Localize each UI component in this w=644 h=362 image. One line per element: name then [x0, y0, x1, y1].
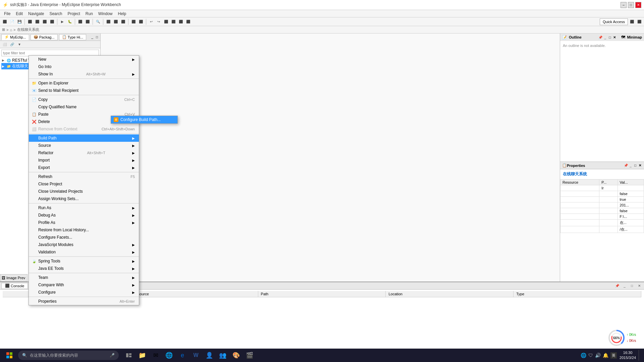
- props-row-6[interactable]: 在...: [560, 220, 644, 226]
- input-method[interactable]: 英: [610, 352, 617, 359]
- image-preview-panel[interactable]: 🖼 Image Prev: [0, 274, 28, 282]
- cm-validation[interactable]: Validation ▶: [29, 248, 139, 256]
- media-btn[interactable]: 🎬: [244, 350, 255, 361]
- cm-profileas[interactable]: Profile As ▶: [29, 219, 139, 226]
- toolbar-btn-16[interactable]: ⬛: [130, 18, 137, 25]
- bottom-panel-pin[interactable]: 📌: [614, 283, 621, 289]
- cm-refactor[interactable]: Refactor Alt+Shift+T ▶: [29, 149, 139, 157]
- toolbar-perspective-1[interactable]: ⬛: [629, 18, 635, 25]
- toolbar-btn-7[interactable]: ⬛: [49, 18, 55, 25]
- toolbar-btn-8[interactable]: ▶: [59, 18, 66, 25]
- cm-refresh[interactable]: Refresh F5: [29, 173, 139, 180]
- link-editor-btn[interactable]: 🔗: [9, 41, 15, 48]
- toolbar-btn-6[interactable]: ⬛: [41, 18, 48, 25]
- cm-javascriptmodules[interactable]: JavaScript Modules ▶: [29, 241, 139, 248]
- outline-pin-btn[interactable]: 📌: [598, 35, 602, 39]
- menu-edit[interactable]: Edit: [13, 11, 25, 17]
- cm-gointo[interactable]: Go Into: [29, 63, 139, 70]
- menu-search[interactable]: Search: [47, 11, 65, 17]
- menu-window[interactable]: Window: [96, 11, 115, 17]
- bottom-panel-close[interactable]: ✕: [636, 283, 643, 289]
- ie-btn[interactable]: e: [177, 350, 188, 361]
- breadcrumb-home[interactable]: ⌂: [10, 28, 12, 32]
- bottom-panel-maximize[interactable]: □: [629, 283, 635, 289]
- menu-run[interactable]: Run: [83, 11, 96, 17]
- cm-source[interactable]: Source ▶: [29, 142, 139, 149]
- props-row-7[interactable]: /在...: [560, 226, 644, 233]
- toolbar-btn-9[interactable]: 🐛: [66, 18, 73, 25]
- props-minimize-btn[interactable]: _: [629, 164, 633, 168]
- cm-comparewith[interactable]: Compare With ▶: [29, 281, 139, 289]
- collapse-all-btn[interactable]: ⬜: [1, 41, 8, 48]
- props-row-1[interactable]: false: [560, 191, 644, 197]
- tab-myeclipse[interactable]: ⚡ MyEclip...: [1, 34, 29, 40]
- cm-openexplorer[interactable]: 📁 Open in Explorer: [29, 79, 139, 87]
- cm-runas[interactable]: Run As ▶: [29, 204, 139, 212]
- props-maximize-btn[interactable]: □: [633, 164, 637, 168]
- toolbar-btn-22[interactable]: ⬛: [177, 18, 184, 25]
- toolbar-btn-1[interactable]: ⬛: [1, 18, 8, 25]
- props-row-5[interactable]: F:\...: [560, 214, 644, 220]
- toolbar-btn-12[interactable]: 🔍: [95, 18, 101, 25]
- props-row-2[interactable]: true: [560, 197, 644, 202]
- outline-minimize-btn[interactable]: _: [603, 35, 607, 39]
- toolbar-btn-23[interactable]: ⬛: [185, 18, 192, 25]
- props-row-3[interactable]: 201...: [560, 202, 644, 208]
- menu-file[interactable]: File: [1, 11, 13, 17]
- cm-closeproject[interactable]: Close Project: [29, 180, 139, 188]
- maximize-button[interactable]: □: [628, 2, 634, 8]
- left-panel-maximize[interactable]: □: [95, 35, 99, 39]
- cm-buildpath[interactable]: Build Path ▶: [29, 134, 139, 142]
- cm-closeunrelated[interactable]: Close Unrelated Projects: [29, 188, 139, 195]
- toolbar-btn-21[interactable]: ⬛: [170, 18, 177, 25]
- toolbar-btn-19[interactable]: ↪: [155, 18, 162, 25]
- cm-configure[interactable]: Configure ▶: [29, 289, 139, 296]
- left-panel-minimize[interactable]: _: [90, 35, 94, 39]
- outline-maximize-btn[interactable]: □: [608, 35, 612, 39]
- taskbar-search[interactable]: 🔍 在这里输入你要搜索的内容 🎤: [18, 351, 119, 360]
- view-menu-btn[interactable]: ▼: [16, 41, 23, 48]
- toolbar-btn-18[interactable]: ↩: [148, 18, 155, 25]
- minimize-button[interactable]: –: [621, 2, 627, 8]
- toolbar-btn-5[interactable]: ⬛: [34, 18, 41, 25]
- toolbar-btn-20[interactable]: ⬛: [163, 18, 169, 25]
- toolbar-btn-15[interactable]: ⬛: [120, 18, 126, 25]
- cm-sendmail[interactable]: 📧 Send to Mail Recipient: [29, 87, 139, 94]
- cm-configurefacets[interactable]: Configure Facets...: [29, 234, 139, 241]
- cm-properties[interactable]: Properties Alt+Enter: [29, 298, 139, 305]
- cm-import[interactable]: Import ▶: [29, 157, 139, 164]
- show-desktop-btn[interactable]: [639, 350, 641, 361]
- cm-debugas[interactable]: Debug As ▶: [29, 212, 139, 219]
- props-row-4[interactable]: false: [560, 208, 644, 214]
- toolbar-btn-10[interactable]: ⬛: [77, 18, 84, 25]
- tab-type-hierarchy[interactable]: 📋 Type Hi...: [59, 34, 86, 40]
- toolbar-perspective-2[interactable]: ⬛: [636, 18, 643, 25]
- toolbar-btn-11[interactable]: ⬛: [84, 18, 91, 25]
- chrome-btn[interactable]: 🌐: [164, 350, 174, 361]
- word-btn[interactable]: W: [191, 350, 201, 361]
- toolbar-btn-3[interactable]: 💾: [16, 18, 23, 25]
- props-pin-btn[interactable]: 📌: [624, 164, 628, 168]
- cm-copyqualified[interactable]: Copy Qualified Name: [29, 103, 139, 111]
- props-row-0[interactable]: Ir: [560, 185, 644, 191]
- toolbar-btn-2[interactable]: 📄: [9, 18, 15, 25]
- breadcrumb-project[interactable]: 在线聊天系统: [17, 27, 39, 32]
- tab-console[interactable]: ⬛ Console: [1, 283, 28, 289]
- toolbar-btn-14[interactable]: ⬛: [112, 18, 119, 25]
- bottom-panel-minimize[interactable]: _: [621, 283, 628, 289]
- menu-help[interactable]: Help: [115, 11, 129, 17]
- menu-navigate[interactable]: Navigate: [25, 11, 47, 17]
- toolbar-btn-13[interactable]: ⬛: [105, 18, 112, 25]
- toolbar-btn-4[interactable]: ⬛: [26, 18, 33, 25]
- cm-team[interactable]: Team ▶: [29, 274, 139, 281]
- quick-access-button[interactable]: Quick Access: [600, 18, 628, 25]
- outline-close-btn[interactable]: ✕: [612, 35, 616, 39]
- app2-btn[interactable]: 🎨: [231, 350, 241, 361]
- tab-package-explorer[interactable]: 📦 Packag...: [31, 34, 58, 40]
- cm-copy[interactable]: 📄 Copy Ctrl+C: [29, 96, 139, 103]
- cm-restorefromlocal[interactable]: Restore from Local History...: [29, 226, 139, 234]
- sm-configurebuildpath[interactable]: ⚙ Configure Build Path...: [111, 116, 177, 123]
- cm-removefromcontext[interactable]: ⬜ Remove from Context Ctrl+Alt+Shift+Dow…: [29, 125, 139, 133]
- menu-project[interactable]: Project: [65, 11, 83, 17]
- cm-new[interactable]: New ▶: [29, 56, 139, 63]
